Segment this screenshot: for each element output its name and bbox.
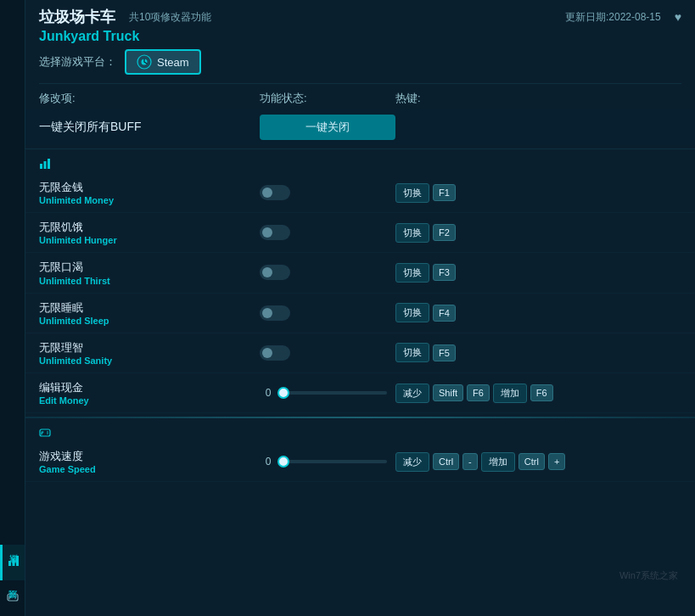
mod-name-money: 无限金钱 Unlimited Money xyxy=(39,180,260,205)
mod-en-edit-money: Edit Money xyxy=(39,395,260,406)
mod-cn-edit-money: 编辑现金 xyxy=(39,380,260,395)
steam-label: Steam xyxy=(157,56,189,69)
toggle-sanity[interactable] xyxy=(260,345,290,361)
mod-row-game-speed: 游戏速度 Game Speed 0 减少 Ctrl - 增加 Ctrl xyxy=(25,442,695,482)
mod-en-thirst: Unlimited Thirst xyxy=(39,276,260,286)
svg-rect-2 xyxy=(16,556,19,566)
one-click-label: 一键关闭所有BUFF xyxy=(39,120,260,135)
hotkey-decrease-money[interactable]: 减少 xyxy=(395,384,429,403)
hotkey-sleep: 切换 F4 xyxy=(395,303,681,322)
hotkey-minus-key: - xyxy=(462,453,478,470)
hotkey-edit-money: 减少 Shift F6 增加 F6 xyxy=(395,384,681,403)
hotkey-f6-decrease-key: F6 xyxy=(467,384,490,401)
toggle-money[interactable] xyxy=(260,185,290,200)
chart-icon xyxy=(8,555,20,567)
section-gamepad-icon xyxy=(39,427,51,439)
hotkey-decrease-speed[interactable]: 减少 xyxy=(395,452,429,472)
svg-point-18 xyxy=(47,431,48,433)
mod-row-unlimited-hunger: 无限饥饿 Unlimited Hunger 切换 F2 xyxy=(25,213,695,253)
hotkey-key-f2: F2 xyxy=(433,224,456,241)
one-click-button[interactable]: 一键关闭 xyxy=(260,115,395,140)
hotkey-ctrl-plus-key: Ctrl xyxy=(518,453,545,470)
sidebar: 数据 游戏 xyxy=(0,0,25,616)
heart-icon[interactable]: ♥ xyxy=(675,10,681,24)
one-click-row: 一键关闭所有BUFF 一键关闭 xyxy=(25,109,695,145)
game-title-en: Junkyard Truck xyxy=(39,29,139,43)
hotkey-switch-hunger[interactable]: 切换 xyxy=(395,223,429,243)
hotkey-switch-sleep[interactable]: 切换 xyxy=(395,303,429,322)
mod-cn-money: 无限金钱 xyxy=(39,180,260,195)
platform-row: 选择游戏平台： Steam xyxy=(25,44,695,83)
svg-point-19 xyxy=(47,433,48,434)
main-container: 数据 游戏 垃圾场卡车 共10项修改器功能 更新日期:2022 xyxy=(0,0,695,616)
hotkey-switch-sanity[interactable]: 切换 xyxy=(395,343,429,362)
svg-rect-1 xyxy=(13,558,15,566)
mod-en-sleep: Unlimited Sleep xyxy=(39,316,260,326)
toggle-knob-hunger xyxy=(262,227,272,238)
hotkey-sanity: 切换 F5 xyxy=(395,343,681,362)
mod-cn-hunger: 无限饥饿 xyxy=(39,220,260,235)
mod-name-sleep: 无限睡眠 Unlimited Sleep xyxy=(39,300,260,326)
toggle-sleep[interactable] xyxy=(260,305,290,321)
title-en-row: Junkyard Truck xyxy=(39,29,681,44)
mod-cn-thirst: 无限口渴 xyxy=(39,260,260,275)
mod-cn-game-speed: 游戏速度 xyxy=(39,449,260,464)
hotkey-hunger: 切换 F2 xyxy=(395,223,681,243)
sidebar-item-game[interactable]: 游戏 xyxy=(0,580,25,616)
table-header: 修改项: 功能状态: 热键: xyxy=(25,84,695,109)
mod-en-game-speed: Game Speed xyxy=(39,464,260,474)
mod-name-hunger: 无限饥饿 Unlimited Hunger xyxy=(39,220,260,245)
slider-edit-money-container: 0 xyxy=(260,387,395,399)
svg-point-8 xyxy=(14,597,16,599)
update-date: 更新日期:2022-08-15 xyxy=(565,10,661,25)
slider-game-speed-thumb[interactable] xyxy=(277,456,289,468)
hotkey-key-f1: F1 xyxy=(433,184,456,201)
mod-name-game-speed: 游戏速度 Game Speed xyxy=(39,449,260,474)
hotkey-shift-key: Shift xyxy=(433,384,463,401)
slider-game-speed-container: 0 xyxy=(260,456,395,468)
content-area: 垃圾场卡车 共10项修改器功能 更新日期:2022-08-15 ♥ Junkya… xyxy=(25,0,695,616)
slider-edit-money-thumb[interactable] xyxy=(277,387,289,399)
toggle-hunger[interactable] xyxy=(260,225,290,240)
toggle-knob-sanity xyxy=(262,348,272,358)
mod-row-unlimited-money: 无限金钱 Unlimited Money 切换 F1 xyxy=(25,173,695,213)
svg-rect-12 xyxy=(44,161,47,169)
toggle-sleep-container xyxy=(260,305,395,321)
sidebar-item-data[interactable]: 数据 xyxy=(0,545,25,580)
mod-row-edit-money: 编辑现金 Edit Money 0 减少 Shift F6 增加 F6 xyxy=(25,373,695,413)
mod-cn-sleep: 无限睡眠 xyxy=(39,300,260,316)
mod-row-unlimited-sleep: 无限睡眠 Unlimited Sleep 切换 F4 xyxy=(25,294,695,333)
section-header-data xyxy=(25,153,695,173)
hotkey-switch-thirst[interactable]: 切换 xyxy=(395,263,429,283)
col-hotkey: 热键: xyxy=(395,91,681,106)
hotkey-game-speed: 减少 Ctrl - 增加 Ctrl + xyxy=(395,452,681,472)
toggle-hunger-container xyxy=(260,225,395,240)
svg-point-7 xyxy=(14,596,16,597)
hotkey-key-f3: F3 xyxy=(433,264,456,281)
section-chart-icon xyxy=(39,158,51,170)
hotkey-f6-increase-key: F6 xyxy=(530,384,553,401)
svg-rect-0 xyxy=(8,561,11,566)
hotkey-switch-money[interactable]: 切换 xyxy=(395,183,429,203)
slider-game-speed-value: 0 xyxy=(260,456,277,468)
gamepad-icon xyxy=(7,591,19,602)
hotkey-ctrl-key: Ctrl xyxy=(433,453,459,470)
steam-button[interactable]: Steam xyxy=(125,49,201,75)
svg-rect-11 xyxy=(40,164,42,169)
hotkey-key-f4: F4 xyxy=(433,305,456,322)
hotkey-money: 切换 F1 xyxy=(395,183,681,203)
modifier-count: 共10项修改器功能 xyxy=(129,10,211,25)
section-divider xyxy=(25,148,695,149)
mod-en-money: Unlimited Money xyxy=(39,195,260,205)
slider-game-speed-track[interactable] xyxy=(283,460,387,463)
mod-en-hunger: Unlimited Hunger xyxy=(39,235,260,245)
hotkey-increase-money[interactable]: 增加 xyxy=(493,384,527,403)
sidebar-sections: 数据 游戏 xyxy=(0,8,25,616)
toggle-thirst[interactable] xyxy=(260,265,290,280)
col-status: 功能状态: xyxy=(260,91,395,106)
slider-edit-money-track[interactable] xyxy=(283,391,387,395)
toggle-knob-sleep xyxy=(262,308,272,318)
toggle-thirst-container xyxy=(260,265,395,280)
hotkey-increase-speed[interactable]: 增加 xyxy=(481,452,515,472)
top-header-bar: 垃圾场卡车 共10项修改器功能 更新日期:2022-08-15 ♥ Junkya… xyxy=(25,0,695,44)
